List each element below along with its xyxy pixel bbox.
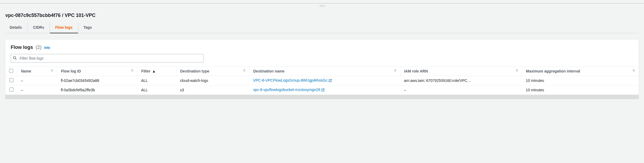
- cell-text: s3: [180, 88, 184, 92]
- search-icon: [13, 56, 17, 61]
- svg-line-3: [16, 59, 17, 60]
- table-row: –fl-0a5bdcfef9a2ffe3bALLs3vpc-8-vpcflowl…: [5, 85, 639, 95]
- page-title: vpc-087c9c557bcbb4f76 / VPC 101-VPC: [5, 7, 639, 23]
- cell-dest-name: VPC-8-VPCFlowLogsGroup-8WUgp4RxisGc: [249, 76, 400, 85]
- destination-link[interactable]: vpc-8-vpcflowlogsbucket-mzstxxymgn26: [253, 88, 320, 92]
- column-header-destination-type[interactable]: Destination type▽: [176, 67, 250, 76]
- cell-dest-name: vpc-8-vpcflowlogsbucket-mzstxxymgn26: [249, 85, 400, 95]
- column-filter-icon[interactable]: ▽: [394, 69, 396, 72]
- cell-name: –: [17, 85, 57, 95]
- column-label: Maximum aggregation interval: [526, 69, 580, 73]
- flow-logs-panel: Flow logs (2) Info: [5, 40, 639, 99]
- drag-handle[interactable]: [0, 3, 644, 7]
- cell-max-agg: 10 minutes: [522, 85, 639, 95]
- cell-text: –: [21, 78, 23, 83]
- column-header-destination-name[interactable]: Destination name▽: [249, 67, 400, 76]
- panel-count: (2): [36, 45, 42, 50]
- panel-title: Flow logs: [11, 45, 33, 50]
- cell-text: 10 minutes: [526, 88, 544, 92]
- svg-line-5: [323, 89, 324, 90]
- column-label: Name: [21, 69, 31, 73]
- row-checkbox[interactable]: [9, 78, 13, 82]
- cell-text: ALL: [141, 78, 148, 83]
- row-select-cell: [5, 85, 17, 95]
- column-filter-icon[interactable]: ▽: [51, 69, 53, 72]
- drag-handle-icon: [319, 5, 325, 7]
- cell-text: arn:aws:iam::670792559160:role/VPC…: [404, 78, 471, 83]
- column-label: Filter: [141, 69, 150, 73]
- flow-logs-table: Name▽Flow log ID▽Filter▲Destination type…: [5, 67, 639, 95]
- tabs: DetailsCIDRsFlow logsTags: [5, 23, 639, 33]
- row-select-cell: [5, 76, 17, 85]
- cell-text: fl-02ae7cb0345492a88: [61, 78, 99, 83]
- column-label: Flow log ID: [61, 69, 81, 73]
- cell-text: fl-0a5bdcfef9a2ffe3b: [61, 88, 95, 92]
- column-label: IAM role ARN: [404, 69, 428, 73]
- cell-text: 10 minutes: [526, 78, 544, 83]
- search-input[interactable]: [11, 54, 204, 63]
- tab-details[interactable]: Details: [5, 23, 28, 33]
- sort-asc-icon: ▲: [152, 69, 156, 73]
- table-scroll[interactable]: Name▽Flow log ID▽Filter▲Destination type…: [5, 66, 639, 95]
- column-filter-icon[interactable]: ▽: [131, 69, 133, 72]
- cell-text: –: [404, 88, 406, 92]
- cell-flow-log-id: fl-0a5bdcfef9a2ffe3b: [57, 85, 137, 95]
- tab-flow-logs[interactable]: Flow logs: [50, 23, 78, 33]
- cell-dest-type: s3: [176, 85, 250, 95]
- cell-filter: ALL: [137, 76, 176, 85]
- column-header-maximum-aggregation-interval[interactable]: Maximum aggregation interval▽: [522, 67, 639, 76]
- horizontal-scrollbar[interactable]: [5, 95, 639, 99]
- external-link-icon: [321, 88, 325, 92]
- cell-dest-type: cloud-watch-logs: [176, 76, 250, 85]
- cell-text: –: [21, 88, 23, 92]
- column-filter-icon[interactable]: ▽: [516, 69, 518, 72]
- cell-iam-role: arn:aws:iam::670792559160:role/VPC…: [400, 76, 522, 85]
- svg-point-2: [13, 56, 16, 59]
- column-filter-icon[interactable]: ▽: [243, 69, 245, 72]
- info-link[interactable]: Info: [44, 46, 50, 50]
- external-link-icon: [329, 79, 332, 83]
- cell-text: ALL: [141, 88, 148, 92]
- cell-filter: ALL: [137, 85, 176, 95]
- tab-tags[interactable]: Tags: [78, 23, 98, 33]
- tab-cidrs[interactable]: CIDRs: [28, 23, 50, 33]
- table-row: –fl-02ae7cb0345492a88ALLcloud-watch-logs…: [5, 76, 639, 85]
- svg-line-4: [330, 79, 331, 81]
- cell-iam-role: –: [400, 85, 522, 95]
- cell-text: cloud-watch-logs: [180, 78, 208, 83]
- column-header-filter[interactable]: Filter▲: [137, 67, 176, 76]
- column-filter-icon[interactable]: ▽: [633, 69, 635, 72]
- column-label: Destination type: [180, 69, 209, 73]
- destination-link[interactable]: VPC-8-VPCFlowLogsGroup-8WUgp4RxisGc: [253, 78, 327, 82]
- column-header-flow-log-id[interactable]: Flow log ID▽: [57, 67, 137, 76]
- select-all-checkbox[interactable]: [9, 69, 13, 73]
- column-header-name[interactable]: Name▽: [17, 67, 57, 76]
- row-checkbox[interactable]: [9, 88, 13, 92]
- cell-name: –: [17, 76, 57, 85]
- column-label: Destination name: [253, 69, 285, 73]
- cell-flow-log-id: fl-02ae7cb0345492a88: [57, 76, 137, 85]
- column-header-iam-role-arn[interactable]: IAM role ARN▽: [400, 67, 522, 76]
- select-all-header: [5, 67, 17, 76]
- cell-max-agg: 10 minutes: [522, 76, 639, 85]
